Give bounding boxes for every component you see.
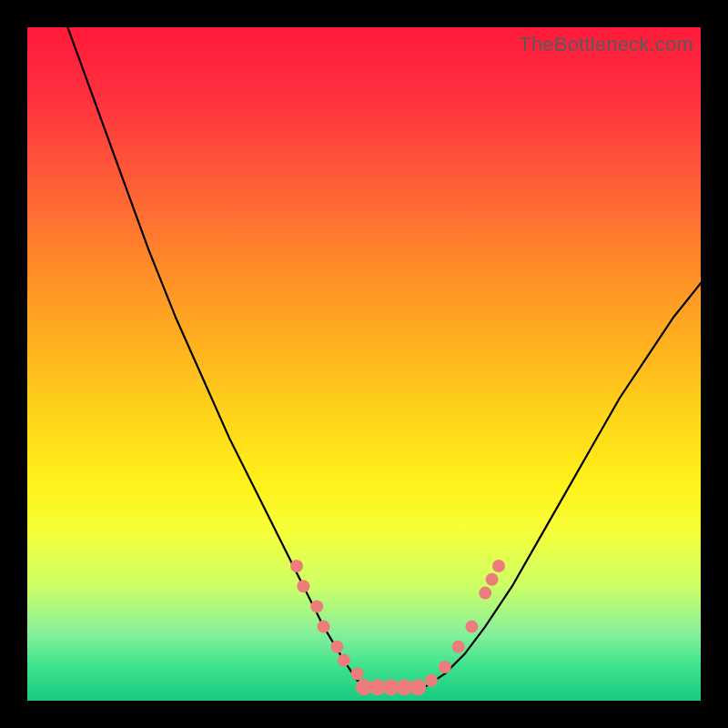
marker-point [465,621,478,633]
marker-point [425,674,438,687]
chart-svg [27,27,701,701]
left-curve [67,27,370,687]
marker-point [439,661,451,673]
marker-point [310,600,323,612]
marker-point [330,641,343,653]
marker-point [338,654,350,667]
marker-point [351,667,364,680]
marker-point [290,560,303,572]
marker-point [410,679,426,695]
marker-point [479,587,491,600]
marker-group [290,560,505,695]
curve-group [67,27,701,687]
marker-point [297,580,309,592]
chart-frame: TheBottleneck.com [0,0,728,728]
marker-point [318,621,330,633]
plot-area: TheBottleneck.com [27,27,701,701]
marker-point [486,573,499,586]
marker-point [492,560,505,572]
marker-point [452,641,465,653]
